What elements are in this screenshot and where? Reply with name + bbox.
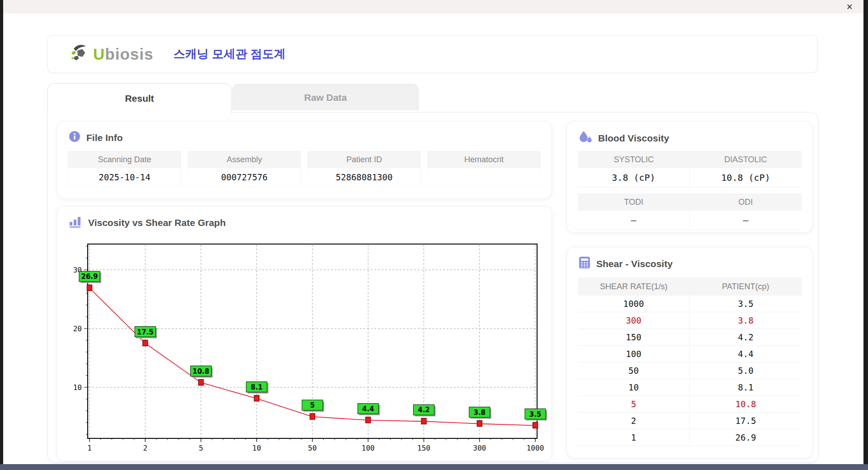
viscosity-chart: 1020301251050100150300100026.917.510.88.… [57,207,552,461]
graph-title: Viscosity vs Shear Rate Graph [88,217,226,228]
shear-value: 150 [578,329,689,345]
window-right-border [863,0,868,470]
shear-viscosity-title: Shear - Viscosity [596,258,673,269]
brand-letter-u: U [93,45,105,63]
field-label: Patient ID [307,151,421,168]
viscosity-graph-panel: 1020301251050100150300100026.917.510.88.… [57,206,552,461]
svg-text:1: 1 [87,444,92,452]
window-left-border [0,0,3,470]
table-row: 1 26.9 [578,429,802,446]
field-scanning-date: Scanning Date 2025-10-14 [68,151,181,187]
systolic-label: SYSTOLIC [578,151,690,168]
shear-value: 10 [578,379,689,395]
shear-viscosity-table: SHEAR RATE(1/s) PATIENT(cp) 1000 3.5 300… [578,277,802,446]
window-titlebar: × [3,0,863,14]
diastolic-label: DIASTOLIC [690,151,802,168]
field-value: 2025-10-14 [68,168,181,187]
svg-text:1000: 1000 [527,444,544,452]
col-shear-rate: SHEAR RATE(1/s) [578,277,690,296]
app-title-korean: 스캐닝 모세관 점도계 [173,46,285,62]
field-label: Hematocrit [427,151,541,168]
svg-text:4.2: 4.2 [418,406,430,414]
calculator-icon [579,256,590,271]
table-row: 100 4.4 [578,346,802,362]
svg-text:17.5: 17.5 [137,328,154,336]
field-label: Scanning Date [68,151,181,168]
svg-text:150: 150 [417,444,430,452]
field-value: 52868081300 [307,168,421,187]
svg-text:5: 5 [310,401,315,409]
field-value [427,168,541,187]
shear-value: 1 [578,429,689,446]
svg-text:10: 10 [73,383,82,392]
pebble-cluster-logo-icon [70,43,90,65]
close-icon[interactable]: × [847,0,853,13]
svg-text:26.9: 26.9 [81,273,98,281]
shear-value: 300 [578,312,689,329]
shear-value: 2 [578,413,689,429]
field-hematocrit: Hematocrit [427,151,541,187]
bv-header-row-2: TODI ODI [578,193,802,211]
table-row: 2 17.5 [578,413,802,429]
app-header: Ubiosis 스캐닝 모세관 점도계 [47,35,817,73]
odi-label: ODI [690,193,802,211]
brand-logo: Ubiosis [70,43,153,65]
window-bottom-bar [0,464,868,470]
bv-value-row-2: – – [578,211,802,230]
svg-text:3.5: 3.5 [529,410,542,418]
field-value: 000727576 [188,168,301,187]
shear-viscosity-panel: Shear - Viscosity SHEAR RATE(1/s) PATIEN… [566,247,813,458]
systolic-value: 3.8 (cP) [578,168,689,187]
tab-result-label: Result [125,93,154,104]
table-row: 1000 3.5 [578,296,802,312]
tab-raw-data-label: Raw Data [304,92,347,103]
shear-value: 100 [578,346,689,362]
field-assembly: Assembly 000727576 [188,151,301,187]
svg-text:300: 300 [473,444,486,452]
patient-value: 3.8 [689,312,802,329]
tab-raw-data[interactable]: Raw Data [232,84,419,110]
svg-text:2: 2 [143,444,147,452]
bar-chart-icon [69,216,82,230]
patient-value: 3.5 [689,296,802,312]
blood-viscosity-title: Blood Viscosity [598,133,669,144]
shear-value: 50 [578,362,689,379]
odi-value: – [689,211,802,230]
patient-value: 8.1 [689,379,802,395]
shear-value: 5 [578,396,689,412]
diastolic-value: 10.8 (cP) [689,168,802,187]
svg-text:10.8: 10.8 [193,367,209,376]
patient-value: 4.4 [689,346,802,362]
patient-value: 10.8 [689,396,802,412]
svg-text:50: 50 [308,444,316,452]
patient-value: 26.9 [689,429,802,446]
svg-text:100: 100 [362,444,375,452]
brand-rest: biosis [105,45,153,63]
svg-text:3.8: 3.8 [473,409,486,417]
svg-text:5: 5 [199,444,203,452]
bv-header-row-1: SYSTOLIC DIASTOLIC [578,151,802,168]
table-row: 50 5.0 [578,362,802,379]
table-row: 10 8.1 [578,379,802,396]
patient-value: 4.2 [689,329,802,345]
patient-value: 17.5 [689,413,802,429]
field-label: Assembly [188,151,301,168]
svg-text:8.1: 8.1 [250,383,263,391]
svg-text:20: 20 [73,324,82,333]
col-patient: PATIENT(cp) [690,277,802,296]
file-info-panel: File Info Scanning Date 2025-10-14 Assem… [57,121,552,199]
table-row: 150 4.2 [578,329,802,346]
svg-text:10: 10 [252,444,261,452]
field-patient-id: Patient ID 52868081300 [307,151,421,187]
svg-text:4.4: 4.4 [362,405,374,413]
blood-viscosity-panel: Blood Viscosity SYSTOLIC DIASTOLIC 3.8 (… [566,121,813,233]
todi-label: TODI [578,193,690,211]
info-circle-icon [69,131,80,145]
table-row: 300 3.8 [578,312,802,329]
tab-result[interactable]: Result [47,83,231,113]
table-header-row: SHEAR RATE(1/s) PATIENT(cp) [578,277,802,296]
file-info-title: File Info [86,132,123,143]
table-row: 5 10.8 [578,396,802,413]
patient-value: 5.0 [689,362,802,379]
shear-value: 1000 [578,296,689,312]
